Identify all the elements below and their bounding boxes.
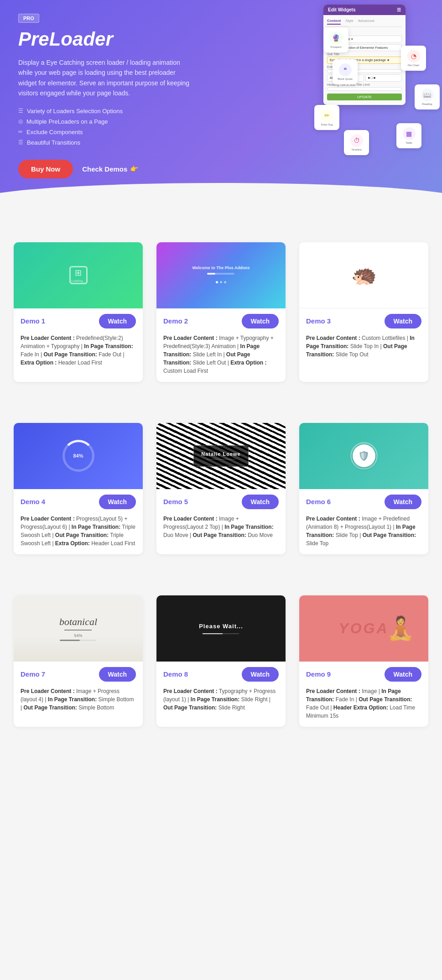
demo-1-description: Pre Loader Content : Predefined(Style:2)… (14, 334, 143, 374)
demo4-progress-circle: 84% (62, 440, 94, 472)
demo8-content: Please Wait... (199, 623, 243, 634)
demo-card-7: botanical 54% Demo 7 Watch Pre Loader Co… (14, 595, 143, 727)
demo9-figure: 🧘 (386, 615, 415, 641)
demo-8-actions: Demo 8 Watch (156, 662, 286, 687)
demo-4-actions: Demo 4 Watch (14, 489, 143, 515)
demo5-card: Natalie Loewe ———————— (193, 445, 248, 467)
demo-card-6: 🛡️ Demo 6 Watch Pre Loader Content : Ima… (299, 423, 428, 554)
panel-tab-style: Style (345, 19, 354, 25)
demo1-loader-icon: ⊞ Loading... (69, 266, 88, 284)
demo-2-actions: Demo 2 Watch (156, 308, 286, 334)
content-section: ⊞ Loading... Demo 1 Watch Pre Loader Con… (0, 215, 442, 768)
demo-3-label: Demo 3 (306, 317, 331, 325)
demo-thumbnail-5: Natalie Loewe ———————— (156, 423, 286, 489)
demo-thumbnail-1: ⊞ Loading... (14, 242, 143, 308)
demo7-progress-bar (60, 640, 96, 641)
demo-card-5: Natalie Loewe ———————— Demo 5 Watch Pre … (156, 423, 286, 554)
arrow-icon: 👉 (130, 165, 139, 173)
demo-6-description: Pre Loader Content : Image + Predefined … (299, 515, 428, 554)
demos-grid-row-1: ⊞ Loading... Demo 1 Watch Pre Loader Con… (14, 242, 428, 382)
demo-thumbnail-6: 🛡️ (299, 423, 428, 489)
demo7-percent: 54% (59, 633, 97, 638)
demo-2-label: Demo 2 (163, 317, 188, 325)
demo7-underline (64, 630, 92, 631)
feature-2: Multiple PreLoaders on a Page (18, 118, 424, 125)
demo-7-description: Pre Loader Content : Image + Progress (l… (14, 687, 143, 719)
demo-card-2: Welcome to The Plus Addons Demo 2 Watch … (156, 242, 286, 382)
demo8-please-wait: Please Wait... (199, 623, 243, 630)
panel-field-limit (327, 87, 402, 91)
panel-field-icons: ■ □ ■ (365, 74, 402, 82)
panel-field-sub-title-label: Sub Title (327, 52, 402, 56)
widget-panel-header: Edit Widgets ☰ (323, 5, 406, 15)
demo3-lottie-icon: 🦔 (351, 263, 377, 287)
demo-thumbnail-7: botanical 54% (14, 595, 143, 662)
demo-card-8: Please Wait... Demo 8 Watch Pre Loader C… (156, 595, 286, 727)
demo2-content: Welcome to The Plus Addons (192, 266, 250, 285)
demo-thumbnail-2: Welcome to The Plus Addons (156, 242, 286, 308)
demo-3-watch-button[interactable]: Watch (385, 314, 421, 328)
demo-thumbnail-3: 🦔 (299, 242, 428, 308)
hero-description: Display a Eye Catching screen loader / l… (18, 57, 192, 99)
demo5-name: Natalie Loewe (201, 451, 240, 457)
demo2-dots (192, 277, 250, 285)
section-spacer-3 (14, 577, 428, 595)
demo-4-label: Demo 4 (21, 498, 45, 506)
demo-4-description: Pre Loader Content : Progress(Layout 5) … (14, 515, 143, 554)
demo2-progress-bar (207, 273, 234, 275)
demo-2-description: Pre Loader Content : Image + Typography … (156, 334, 286, 382)
demo4-percent: 84% (73, 453, 83, 459)
demo8-progress-bar (203, 633, 239, 634)
demo-7-label: Demo 7 (21, 670, 45, 678)
demo-5-description: Pre Loader Content : Image + Progress(La… (156, 515, 286, 546)
demo-3-description: Pre Loader Content : Custom Lottiefiles … (299, 334, 428, 365)
hero-section: PRO PreLoader Display a Eye Catching scr… (0, 0, 442, 215)
demo2-title: Welcome to The Plus Addons (192, 266, 250, 270)
panel-tab-content: Content (327, 19, 341, 25)
section-spacer-2 (14, 405, 428, 423)
widget-panel-title: Edit Widgets (328, 7, 355, 12)
demo-5-watch-button[interactable]: Watch (242, 495, 279, 509)
demo-6-label: Demo 6 (306, 498, 331, 506)
demo-2-watch-button[interactable]: Watch (242, 314, 279, 328)
demo-thumbnail-4: 84% (14, 423, 143, 489)
section-spacer-1 (14, 224, 428, 242)
demos-grid-row-2: 84% Demo 4 Watch Pre Loader Content : Pr… (14, 423, 428, 554)
demo-4-watch-button[interactable]: Watch (99, 495, 136, 509)
demo-card-1: ⊞ Loading... Demo 1 Watch Pre Loader Con… (14, 242, 143, 382)
demo-1-label: Demo 1 (21, 317, 45, 325)
demo-8-description: Pre Loader Content : Typography + Progre… (156, 687, 286, 719)
demo-9-description: Pre Loader Content : Image | In Page Tra… (299, 687, 428, 727)
demo7-botanical-text: botanical (59, 616, 97, 628)
hero-buttons: Buy Now Check Demos 👉 (18, 160, 424, 178)
panel-tab-advanced: Advanced (358, 19, 374, 25)
demos-grid-row-3: botanical 54% Demo 7 Watch Pre Loader Co… (14, 595, 428, 727)
demo-9-watch-button[interactable]: Watch (385, 667, 421, 682)
demo-3-actions: Demo 3 Watch (299, 308, 428, 334)
demo-8-label: Demo 8 (163, 670, 188, 678)
demo-6-watch-button[interactable]: Watch (385, 495, 421, 509)
demo7-content: botanical 54% (59, 616, 97, 641)
demo-thumbnail-9: YOGA 🧘 (299, 595, 428, 662)
check-demos-label: Check Demos (82, 165, 127, 173)
demo-8-watch-button[interactable]: Watch (242, 667, 279, 682)
panel-update-button[interactable]: UPDATE (327, 94, 402, 100)
demo-card-4: 84% Demo 4 Watch Pre Loader Content : Pr… (14, 423, 143, 554)
demo-5-actions: Demo 5 Watch (156, 489, 286, 515)
demo-7-actions: Demo 7 Watch (14, 662, 143, 687)
demo-9-actions: Demo 9 Watch (299, 662, 428, 687)
demo-card-3: 🦔 Demo 3 Watch Pre Loader Content : Cust… (299, 242, 428, 382)
buy-now-button[interactable]: Buy Now (18, 160, 73, 178)
widget-panel-illustration: Edit Widgets ☰ Content Style Advanced ▼ … (323, 5, 406, 105)
demo5-sub: ———————— (201, 457, 240, 461)
demo6-ring: 🛡️ (350, 442, 378, 469)
demo9-yoga-text: YOGA (338, 620, 389, 637)
demo-1-actions: Demo 1 Watch (14, 308, 143, 334)
elementor-icon: ☰ (397, 7, 401, 12)
demo-9-label: Demo 9 (306, 670, 331, 678)
check-demos-button[interactable]: Check Demos 👉 (82, 165, 139, 173)
demo-7-watch-button[interactable]: Watch (99, 667, 136, 682)
demo-1-watch-button[interactable]: Watch (99, 314, 136, 328)
demo6-logo: 🛡️ (353, 444, 375, 467)
pro-badge: PRO (18, 14, 39, 23)
